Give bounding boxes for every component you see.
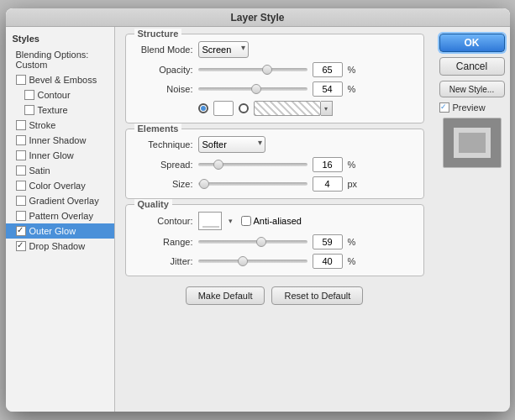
reset-to-default-button[interactable]: Reset to Default (271, 286, 363, 305)
opacity-input[interactable]: 65 (313, 62, 343, 77)
spread-label: Spread: (134, 160, 193, 170)
noise-slider-wrap (198, 82, 307, 96)
color-swatch-gradient[interactable] (254, 101, 321, 116)
sidebar-item-satin[interactable]: Satin (6, 163, 114, 178)
color-swatch-solid[interactable] (213, 101, 234, 116)
noise-label: Noise: (134, 84, 193, 94)
drop-shadow-checkbox[interactable] (16, 241, 26, 251)
elements-section: Elements Technique: Softer Precise Sprea… (125, 129, 424, 199)
elements-title: Elements (134, 123, 182, 134)
spread-unit: % (348, 160, 360, 170)
blend-mode-select-wrap[interactable]: Screen Normal Multiply (198, 41, 249, 58)
technique-select[interactable]: Softer Precise (198, 136, 265, 153)
opacity-slider-wrap (198, 63, 307, 76)
sidebar-item-blending[interactable]: Blending Options: Custom (6, 47, 114, 72)
outer-glow-checkbox[interactable] (16, 226, 26, 236)
jitter-slider-wrap (198, 255, 307, 268)
structure-section: Structure Blend Mode: Screen Normal Mult… (125, 34, 424, 123)
spread-row: Spread: 16 % (134, 157, 415, 172)
contour-icon (201, 214, 219, 228)
size-slider[interactable] (198, 182, 307, 186)
anti-aliased-text: Anti-aliased (254, 216, 302, 226)
sidebar-item-color-overlay[interactable]: Color Overlay (6, 178, 114, 193)
range-row: Range: 59 % (134, 234, 415, 249)
sidebar-item-inner-shadow[interactable]: Inner Shadow (6, 133, 114, 148)
range-input[interactable]: 59 (313, 234, 343, 249)
sidebar-item-stroke[interactable]: Stroke (6, 118, 114, 133)
range-label: Range: (134, 237, 193, 247)
preview-inner (454, 128, 491, 158)
jitter-input[interactable]: 40 (313, 254, 343, 269)
inner-shadow-checkbox[interactable] (16, 135, 26, 145)
spread-slider[interactable] (198, 163, 307, 166)
sidebar-item-contour[interactable]: Contour (6, 87, 114, 102)
size-input[interactable]: 4 (313, 176, 343, 192)
preview-toggle-row: Preview (439, 102, 505, 113)
color-overlay-checkbox[interactable] (16, 181, 26, 191)
jitter-slider[interactable] (198, 260, 307, 263)
sidebar-item-texture[interactable]: Texture (6, 102, 114, 118)
size-unit: px (348, 179, 360, 189)
jitter-row: Jitter: 40 % (134, 254, 415, 269)
anti-aliased-label[interactable]: Anti-aliased (241, 216, 302, 226)
technique-select-wrap[interactable]: Softer Precise (198, 136, 265, 153)
contour-dropdown-arrow[interactable]: ▾ (229, 217, 233, 225)
radio-btn-gradient[interactable] (239, 103, 249, 113)
jitter-label: Jitter: (134, 256, 193, 266)
ok-button[interactable]: OK (439, 34, 505, 52)
structure-title: Structure (134, 29, 182, 39)
sidebar-item-inner-glow[interactable]: Inner Glow (6, 148, 114, 163)
blend-mode-row: Blend Mode: Screen Normal Multiply (134, 41, 415, 58)
swatch-dropdown-arrow[interactable]: ▾ (321, 101, 333, 116)
anti-aliased-checkbox[interactable] (241, 216, 251, 226)
cancel-button[interactable]: Cancel (439, 57, 505, 76)
size-label: Size: (134, 179, 193, 189)
gradient-swatch-wrap: ▾ (254, 101, 333, 116)
layer-style-dialog: Layer Style Styles Blending Options: Cus… (6, 8, 510, 412)
size-row: Size: 4 px (134, 176, 415, 192)
right-panel: OK Cancel New Style... Preview (434, 27, 510, 412)
opacity-label: Opacity: (134, 65, 193, 75)
radio-btn-solid[interactable] (198, 103, 208, 113)
color-swatch-row: ▾ (134, 101, 415, 116)
blend-mode-label: Blend Mode: (134, 45, 193, 55)
noise-slider[interactable] (198, 87, 307, 91)
technique-row: Technique: Softer Precise (134, 136, 415, 153)
size-slider-wrap (198, 177, 307, 191)
range-slider-wrap (198, 235, 307, 249)
sidebar-item-gradient-overlay[interactable]: Gradient Overlay (6, 193, 114, 208)
texture-checkbox[interactable] (24, 105, 34, 115)
opacity-unit: % (348, 65, 360, 75)
preview-box (443, 118, 502, 168)
make-default-button[interactable]: Make Default (186, 286, 265, 305)
jitter-unit: % (348, 256, 360, 266)
sidebar-item-bevel[interactable]: Bevel & Emboss (6, 72, 114, 87)
gradient-overlay-checkbox[interactable] (16, 196, 26, 206)
spread-slider-wrap (198, 158, 307, 171)
pattern-overlay-checkbox[interactable] (16, 211, 26, 221)
noise-unit: % (348, 84, 360, 94)
sidebar-item-outer-glow[interactable]: Outer Glow (6, 223, 114, 239)
bottom-buttons: Make Default Reset to Default (125, 281, 424, 308)
sidebar-item-drop-shadow[interactable]: Drop Shadow (6, 239, 114, 254)
dialog-body: Styles Blending Options: Custom Bevel & … (6, 27, 510, 412)
contour-row: Contour: ▾ Anti-aliased (134, 212, 415, 230)
bevel-checkbox[interactable] (16, 75, 26, 85)
new-style-button[interactable]: New Style... (439, 81, 505, 97)
contour-label: Contour: (134, 216, 193, 226)
preview-checkbox[interactable] (439, 102, 449, 113)
opacity-slider[interactable] (198, 68, 307, 71)
range-slider[interactable] (198, 240, 307, 244)
stroke-checkbox[interactable] (16, 120, 26, 130)
title-bar: Layer Style (6, 8, 510, 27)
contour-thumbnail[interactable] (198, 212, 222, 230)
noise-input[interactable]: 54 (313, 81, 343, 97)
blend-mode-select[interactable]: Screen Normal Multiply (198, 41, 249, 58)
sidebar-header: Styles (6, 30, 114, 47)
quality-section: Quality Contour: ▾ Anti-aliased (125, 204, 424, 276)
contour-checkbox[interactable] (24, 90, 34, 100)
inner-glow-checkbox[interactable] (16, 150, 26, 160)
satin-checkbox[interactable] (16, 165, 26, 176)
spread-input[interactable]: 16 (313, 157, 343, 172)
sidebar-item-pattern-overlay[interactable]: Pattern Overlay (6, 208, 114, 223)
